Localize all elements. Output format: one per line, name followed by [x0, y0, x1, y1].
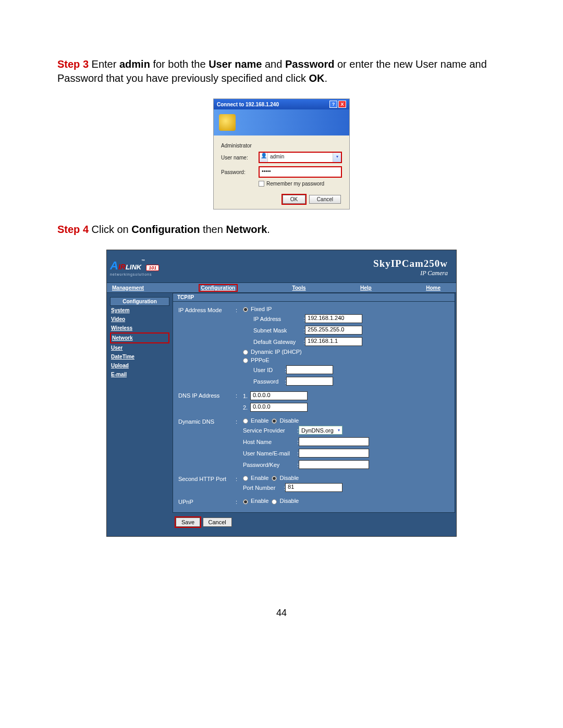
username-field-highlight: 👤 admin ▾ — [259, 152, 342, 163]
cancel-button[interactable]: Cancel — [309, 195, 341, 204]
ip-address-input[interactable]: 192.168.1.240 — [305, 314, 362, 323]
nav-home[interactable]: Home — [426, 285, 440, 291]
dns-label: DNS IP Address — [178, 391, 236, 399]
sidebar-item-email[interactable]: E-mail — [110, 370, 169, 379]
username-dropdown-icon[interactable]: ▾ — [333, 153, 341, 162]
password-field-highlight: ••••• — [259, 166, 342, 178]
auth-dialog: Connect to 192.168.1.240 ? X Administrat… — [213, 98, 350, 209]
sidebar-item-user[interactable]: User — [110, 343, 169, 352]
sidebar-item-datetime[interactable]: DateTime — [110, 352, 169, 361]
user-icon: 👤 — [260, 153, 268, 162]
radio-fixed-ip[interactable] — [243, 307, 248, 312]
save-button[interactable]: Save — [176, 517, 200, 527]
config-page-screenshot: AIRLINK™ 101 networkingsolutions SkyIPCa… — [57, 250, 506, 537]
remember-checkbox[interactable] — [259, 181, 264, 187]
step3-text: Step 3 Enter admin for both the User nam… — [57, 57, 506, 85]
config-sidebar: Configuration System Video Wireless Netw… — [107, 293, 173, 536]
pppoe-userid-input[interactable] — [286, 365, 333, 374]
username-label: User name: — [221, 155, 259, 161]
radio-upnp-enable[interactable] — [243, 499, 248, 504]
config-page: AIRLINK™ 101 networkingsolutions SkyIPCa… — [106, 250, 457, 537]
step4-text: Step 4 Click on Configuration then Netwo… — [57, 223, 506, 237]
sidebar-item-network[interactable]: Network — [110, 332, 169, 343]
dns1-input[interactable]: 0.0.0.0 — [250, 391, 308, 400]
dns2-input[interactable]: 0.0.0.0 — [250, 403, 308, 412]
port-number-input[interactable]: 81 — [285, 483, 342, 492]
section-header-tcpip: TCP/IP — [173, 293, 455, 302]
nav-tools[interactable]: Tools — [292, 285, 306, 291]
upnp-label: UPnP — [178, 498, 236, 505]
radio-pppoe[interactable] — [243, 358, 248, 363]
help-button[interactable]: ? — [329, 101, 337, 108]
step4-label: Step 4 — [57, 224, 89, 235]
pppoe-password-input[interactable] — [286, 377, 333, 386]
airlink-logo: AIRLINK™ 101 networkingsolutions — [110, 259, 159, 276]
gateway-input[interactable]: 192.168.1.1 — [305, 337, 362, 346]
radio-ddns-enable[interactable] — [243, 418, 248, 424]
page-number: 44 — [0, 608, 563, 619]
admin-heading: Administrator — [221, 143, 259, 149]
product-title: SkyIPCam250w — [373, 258, 448, 269]
dialog-banner — [214, 109, 349, 135]
nav-configuration[interactable]: Configuration — [199, 284, 238, 292]
chevron-down-icon: ▾ — [336, 428, 342, 433]
sidebar-item-upload[interactable]: Upload — [110, 361, 169, 370]
subnet-mask-input[interactable]: 255.255.255.0 — [305, 326, 362, 335]
close-button[interactable]: X — [338, 101, 346, 108]
nav-management[interactable]: Management — [112, 285, 144, 291]
product-subtitle: IP Camera — [373, 269, 448, 277]
radio-http2-disable[interactable] — [272, 476, 277, 481]
auth-dialog-screenshot: Connect to 192.168.1.240 ? X Administrat… — [57, 98, 506, 209]
nav-help[interactable]: Help — [360, 285, 372, 291]
password-label: Password: — [221, 169, 259, 175]
cancel-button[interactable]: Cancel — [203, 517, 232, 527]
keys-icon — [219, 114, 236, 131]
ddns-key-input[interactable] — [299, 460, 369, 469]
radio-upnp-disable[interactable] — [272, 499, 277, 504]
dialog-titlebar: Connect to 192.168.1.240 ? X — [214, 99, 349, 109]
sidebar-item-system[interactable]: System — [110, 306, 169, 315]
step3-label: Step 3 — [57, 58, 89, 70]
radio-ddns-disable[interactable] — [272, 418, 277, 424]
ddns-label: Dynamic DNS — [178, 417, 236, 425]
username-input[interactable]: admin — [268, 153, 333, 162]
radio-dhcp[interactable] — [243, 350, 248, 355]
sidebar-item-wireless[interactable]: Wireless — [110, 324, 169, 332]
ip-mode-label: IP Address Mode — [178, 306, 236, 313]
remember-label: Remember my password — [266, 181, 324, 187]
sidebar-header: Configuration — [110, 297, 169, 306]
config-navbar: Management Configuration Tools Help Home — [107, 282, 456, 293]
dialog-title: Connect to 192.168.1.240 — [217, 102, 279, 107]
service-provider-select[interactable]: DynDNS.org▾ — [299, 426, 342, 435]
sidebar-item-video[interactable]: Video — [110, 315, 169, 324]
ddns-user-input[interactable] — [299, 449, 369, 458]
radio-http2-enable[interactable] — [243, 476, 248, 481]
config-header: AIRLINK™ 101 networkingsolutions SkyIPCa… — [107, 250, 456, 282]
ok-button[interactable]: OK — [283, 195, 305, 204]
second-http-label: Second HTTP Port — [178, 475, 236, 482]
hostname-input[interactable] — [299, 437, 369, 446]
password-input[interactable]: ••••• — [260, 167, 341, 177]
